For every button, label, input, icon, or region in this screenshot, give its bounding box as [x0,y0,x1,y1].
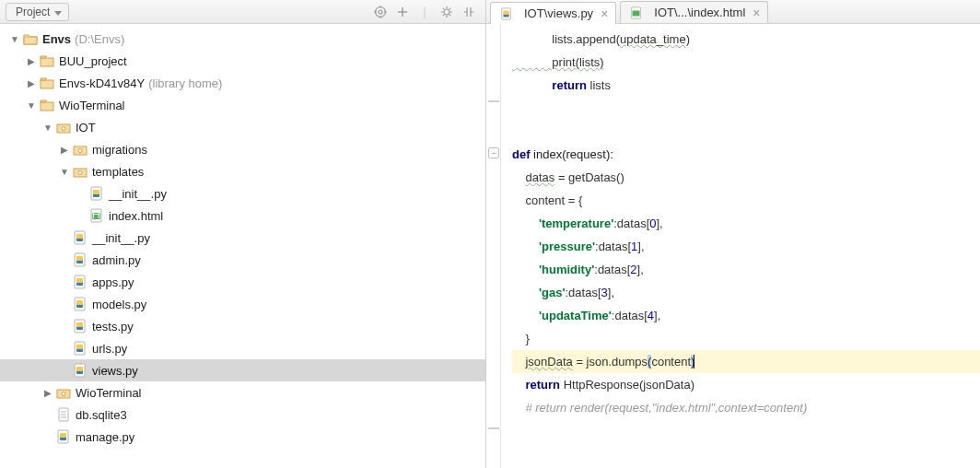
expand-all-icon[interactable] [393,3,412,21]
python-file-icon [72,363,88,378]
code-text: updata_time [620,32,686,46]
tree-item-init[interactable]: ·__init__.py [0,227,485,249]
chevron-down-icon[interactable]: ▼ [41,123,55,133]
python-file-icon [498,6,515,21]
close-icon[interactable]: × [599,7,610,20]
svg-rect-29 [93,190,99,194]
tree-label: manage.py [76,430,134,444]
python-file-icon [88,186,105,201]
code-keyword: return [552,78,587,92]
svg-rect-50 [76,345,83,349]
code-keyword: def [512,147,531,161]
code-string: 'humidity' [539,263,594,276]
code-text: = getDatas() [554,170,624,184]
chevron-right-icon[interactable]: ▶ [41,388,55,398]
tree-path: (D:\Envs) [75,32,124,46]
package-icon [55,120,72,135]
tree-label: WioTerminal [76,386,142,400]
target-icon[interactable] [371,3,390,21]
chevron-right-icon[interactable]: ▶ [24,78,39,88]
python-file-icon [72,275,88,289]
editor-panel: IOT\views.py × IOT\...\index.html × − li… [486,0,980,468]
code-text [512,263,539,276]
svg-rect-20 [41,102,53,111]
package-icon [72,142,88,157]
gear-icon[interactable] [438,3,456,21]
editor-gutter[interactable]: − [486,24,501,468]
svg-line-16 [449,7,450,8]
code-text: print( [512,55,579,69]
tree-root-envs[interactable]: ▼ Envs (D:\Envs) [0,28,485,50]
code-text: ], [657,216,663,230]
svg-line-15 [443,14,444,15]
svg-rect-35 [76,234,83,239]
editor-tabs: IOT\views.py × IOT\...\index.html × [486,0,980,24]
tree-item-init-t[interactable]: · __init__.py [0,182,485,205]
tab-views[interactable]: IOT\views.py × [490,2,616,24]
tree-item-apps[interactable]: ·apps.py [0,271,485,293]
project-selector[interactable]: Project [6,3,69,21]
folder-icon [39,98,55,112]
chevron-right-icon[interactable]: ▶ [24,56,39,66]
python-file-icon [72,252,88,267]
chevron-right-icon[interactable]: ▶ [57,145,72,155]
code-text [512,78,552,92]
divider-icon: | [415,3,434,21]
code-text [512,216,539,230]
project-tree[interactable]: ▼ Envs (D:\Envs) ▶ BUU_project ▶ Envs-kD… [0,24,485,468]
html-file-icon: H [88,208,105,223]
chevron-down-icon[interactable]: ▼ [7,34,22,44]
tree-item-templates[interactable]: ▼ templates [0,160,485,182]
code-content[interactable]: lists.append(updata_time) print(lists) r… [501,24,980,468]
tree-label: BUU_project [59,54,127,68]
code-text [512,120,980,143]
tree-item-migrations[interactable]: ▶ migrations [0,138,485,160]
tab-index[interactable]: IOT\...\index.html × [620,1,768,23]
code-string: 'updataTime' [539,309,612,322]
code-text [512,286,539,299]
code-text: ], [637,240,644,253]
python-file-icon [72,319,88,333]
code-text: lists [587,78,611,92]
code-text: } [512,327,980,350]
tree-label: views.py [92,364,138,378]
code-text: :datas[ [612,309,648,322]
python-file-icon [72,297,88,311]
svg-text:H: H [92,208,100,221]
fold-end-icon [488,100,499,102]
code-text: datas [525,170,554,184]
fold-minus-icon[interactable]: − [488,147,499,158]
tree-item-buu[interactable]: ▶ BUU_project [0,50,485,72]
svg-point-8 [444,9,449,15]
code-text: ) [600,55,603,69]
tree-item-tests[interactable]: ·tests.py [0,315,485,337]
tree-label: index.html [109,209,163,223]
tree-item-iot[interactable]: ▼ IOT [0,116,485,138]
chevron-down-icon[interactable]: ▼ [24,100,39,111]
tree-label: apps.py [92,275,134,289]
tree-label: db.sqlite3 [76,408,127,422]
tree-item-wio[interactable]: ▼ WioTerminal [0,94,485,116]
tree-item-db[interactable]: ·db.sqlite3 [0,404,485,426]
tree-label: templates [92,165,144,179]
tree-item-manage[interactable]: ·manage.py [0,426,485,448]
tree-item-index-html[interactable]: · H index.html [0,205,485,227]
code-text: :datas[ [595,240,631,253]
collapse-icon[interactable] [460,3,478,21]
svg-rect-47 [76,322,83,327]
tree-item-wio2[interactable]: ▶WioTerminal [0,381,485,404]
tree-item-models[interactable]: ·models.py [0,293,485,315]
code-text [512,240,539,253]
tree-label: WioTerminal [59,99,125,112]
python-file-icon [55,429,72,444]
code-keyword: return [525,378,560,392]
tree-item-envs-k[interactable]: ▶ Envs-kD41v84Y (library home) [0,72,485,94]
tree-item-urls[interactable]: ·urls.py [0,337,485,359]
tree-item-views[interactable]: ·views.py [0,359,485,381]
svg-rect-41 [76,278,83,283]
code-string: 'gas' [539,286,566,299]
editor-area[interactable]: − lists.append(updata_time) print(lists)… [486,24,980,468]
tree-item-admin[interactable]: ·admin.py [0,249,485,271]
close-icon[interactable]: × [751,6,762,19]
chevron-down-icon[interactable]: ▼ [57,167,72,177]
